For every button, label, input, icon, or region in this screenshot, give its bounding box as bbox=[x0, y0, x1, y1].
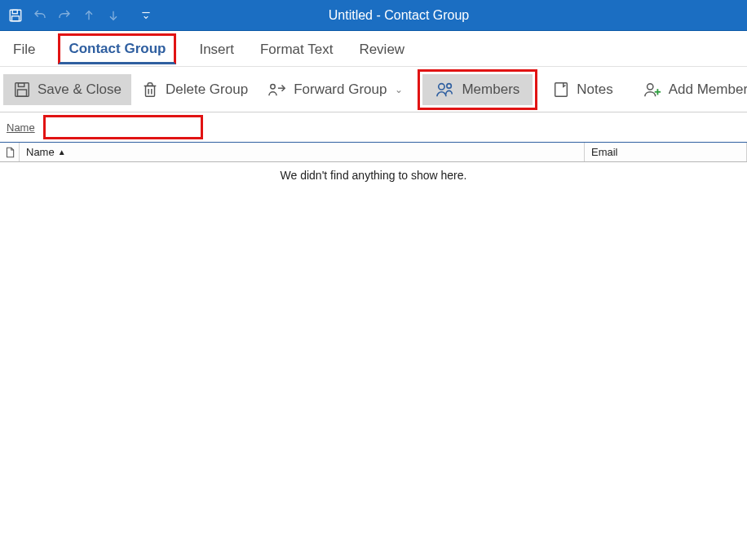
title-bar: Untitled - Contact Group bbox=[0, 0, 747, 31]
chevron-down-icon: ⌄ bbox=[395, 84, 403, 95]
document-icon[interactable] bbox=[0, 143, 20, 161]
add-person-icon bbox=[643, 81, 662, 99]
members-label: Members bbox=[462, 82, 519, 98]
column-name-label: Name bbox=[26, 146, 55, 158]
save-close-button[interactable]: Save & Close bbox=[3, 74, 131, 105]
add-members-label: Add Members bbox=[669, 82, 747, 98]
name-label: Name bbox=[7, 121, 35, 134]
ribbon-tabs: File Contact Group Insert Format Text Re… bbox=[0, 31, 747, 67]
members-icon bbox=[435, 81, 455, 99]
notes-label: Notes bbox=[577, 82, 612, 98]
qat-customize-icon[interactable] bbox=[137, 7, 155, 24]
svg-point-12 bbox=[447, 83, 452, 88]
svg-rect-7 bbox=[146, 86, 155, 96]
svg-rect-5 bbox=[18, 82, 24, 86]
forward-group-button[interactable]: Forward Group ⌄ bbox=[258, 74, 413, 105]
up-arrow-icon[interactable] bbox=[80, 7, 98, 24]
empty-list-message: We didn't find anything to show here. bbox=[0, 162, 747, 182]
name-input[interactable] bbox=[46, 117, 201, 137]
column-email-label: Email bbox=[591, 146, 618, 158]
add-members-button[interactable]: Add Members ⌄ bbox=[633, 74, 747, 105]
save-close-label: Save & Close bbox=[38, 82, 122, 98]
notes-icon bbox=[552, 81, 570, 99]
forward-icon bbox=[267, 81, 287, 99]
tab-file[interactable]: File bbox=[10, 37, 38, 61]
tab-contact-group[interactable]: Contact Group bbox=[58, 33, 176, 64]
save-close-icon bbox=[13, 81, 31, 99]
ribbon-toolbar: Save & Close Delete Group Forward Group … bbox=[0, 67, 747, 112]
svg-rect-1 bbox=[12, 10, 17, 14]
members-button[interactable]: Members bbox=[422, 74, 533, 105]
svg-rect-6 bbox=[18, 90, 27, 96]
save-icon[interactable] bbox=[7, 7, 24, 24]
column-email-header[interactable]: Email bbox=[585, 143, 747, 161]
window-title: Untitled - Contact Group bbox=[57, 8, 740, 23]
delete-group-label: Delete Group bbox=[166, 82, 248, 98]
svg-rect-2 bbox=[12, 15, 20, 20]
redo-icon[interactable] bbox=[55, 7, 73, 24]
undo-icon[interactable] bbox=[31, 7, 49, 24]
svg-point-10 bbox=[271, 84, 276, 89]
tab-insert[interactable]: Insert bbox=[196, 37, 237, 61]
name-field-row: Name bbox=[0, 112, 747, 143]
delete-group-button[interactable]: Delete Group bbox=[131, 74, 258, 105]
list-column-headers: Name ▲ Email bbox=[0, 143, 747, 162]
tab-review[interactable]: Review bbox=[356, 37, 408, 61]
sort-asc-icon: ▲ bbox=[58, 148, 66, 157]
svg-point-14 bbox=[647, 83, 652, 89]
trash-icon bbox=[141, 81, 159, 99]
column-name-header[interactable]: Name ▲ bbox=[20, 143, 585, 161]
forward-group-label: Forward Group bbox=[294, 82, 387, 98]
tab-format-text[interactable]: Format Text bbox=[257, 37, 336, 61]
notes-button[interactable]: Notes bbox=[542, 74, 622, 105]
svg-point-11 bbox=[439, 83, 444, 89]
down-arrow-icon[interactable] bbox=[104, 7, 122, 24]
